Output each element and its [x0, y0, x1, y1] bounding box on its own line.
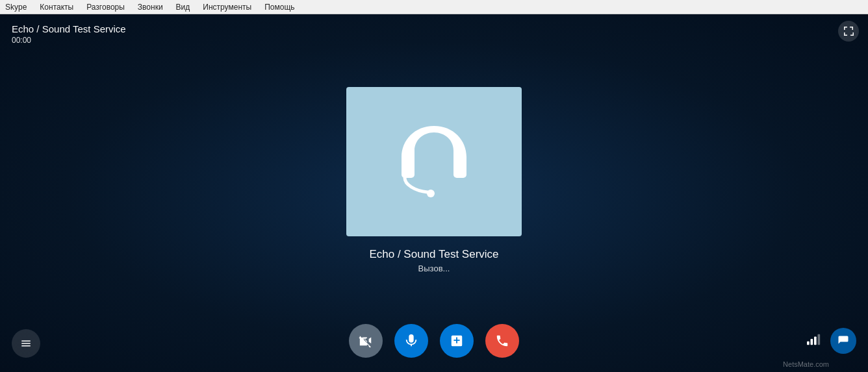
svg-rect-5 — [814, 336, 817, 345]
controls-bar — [0, 324, 868, 358]
watermark: NetsMate.com — [783, 360, 829, 368]
svg-rect-1 — [453, 160, 466, 178]
svg-rect-3 — [807, 341, 810, 345]
headset-icon — [392, 119, 476, 204]
menu-conversations[interactable]: Разговоры — [84, 3, 127, 12]
mic-button[interactable] — [394, 324, 428, 358]
end-call-button[interactable] — [485, 324, 519, 358]
contact-name: Echo / Sound Test Service — [369, 248, 498, 261]
call-info: Echo / Sound Test Service 00:00 — [12, 23, 126, 45]
call-status: Вызов... — [418, 264, 450, 273]
mute-video-button[interactable] — [349, 324, 383, 358]
menu-tools[interactable]: Инструменты — [200, 3, 254, 12]
svg-rect-0 — [402, 160, 415, 178]
svg-point-2 — [427, 190, 435, 197]
chat-icon — [837, 335, 849, 347]
mute-video-icon — [359, 334, 373, 348]
add-icon — [450, 334, 464, 348]
menu-help[interactable]: Помощь — [262, 3, 297, 12]
add-participant-button[interactable] — [440, 324, 474, 358]
menu-view[interactable]: Вид — [173, 3, 193, 12]
call-title: Echo / Sound Test Service — [12, 23, 126, 34]
svg-rect-6 — [818, 334, 821, 345]
signal-strength-icon — [807, 334, 821, 348]
sidebar-toggle-button[interactable] — [12, 329, 40, 358]
svg-rect-4 — [811, 339, 813, 345]
menu-calls[interactable]: Звонки — [135, 3, 166, 12]
avatar-container: Echo / Sound Test Service Вызов... — [346, 87, 522, 273]
avatar-box — [346, 87, 522, 236]
expand-icon — [843, 26, 854, 36]
call-area: Echo / Sound Test Service 00:00 Echo / S… — [0, 14, 868, 372]
mic-icon — [404, 334, 418, 348]
end-call-icon — [495, 334, 509, 348]
menu-contacts[interactable]: Контакты — [37, 3, 76, 12]
list-icon — [20, 338, 32, 349]
call-timer: 00:00 — [12, 36, 126, 45]
bottom-right-controls — [807, 328, 856, 354]
menubar: Skype Контакты Разговоры Звонки Вид Инст… — [0, 0, 868, 14]
chat-button[interactable] — [830, 328, 856, 354]
menu-skype[interactable]: Skype — [3, 3, 29, 12]
expand-button[interactable] — [838, 21, 859, 42]
